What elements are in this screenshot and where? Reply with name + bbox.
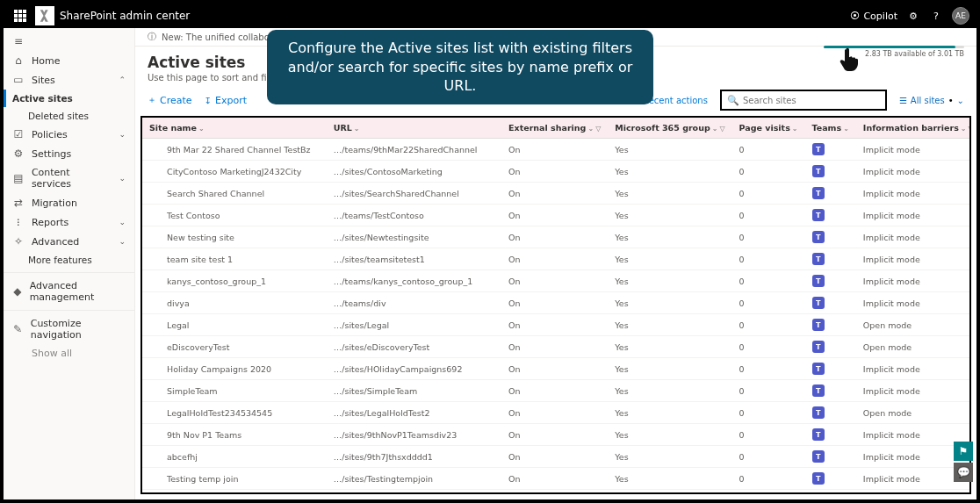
sites-table: Site name⌄URL⌄External sharing⌄▽Microsof… (142, 118, 971, 494)
feedback-tabs: ⚑ 💬 (954, 442, 973, 482)
cell: …/sites/SimpleTeam (327, 380, 501, 402)
table-row[interactable]: eDiscoveryTest…/sites/eDiscoveryTestOnYe… (142, 336, 971, 358)
table-row[interactable]: CityContoso MarketingJ2432City…/sites/Co… (142, 161, 971, 183)
cell: Yes (608, 468, 731, 490)
cell: Yes (608, 292, 731, 314)
app-title: SharePoint admin center (60, 10, 190, 22)
nav-sub-item[interactable]: Active sites (4, 90, 134, 107)
nav-icon: ⌂ (12, 54, 25, 67)
search-box[interactable]: 🔍 (720, 90, 887, 111)
nav-label: Content services (32, 167, 112, 190)
search-input[interactable] (743, 96, 880, 105)
cell: kanys_contoso_group_1 (142, 270, 327, 292)
cell: divya (142, 292, 327, 314)
create-button[interactable]: ＋Create (148, 94, 192, 106)
nav-item[interactable]: ✧Advanced⌄ (4, 232, 134, 251)
cell: New testing site (142, 226, 327, 248)
cell: 0 (732, 139, 805, 161)
nav-item[interactable]: ▭Sites⌃ (4, 70, 134, 90)
cell: Implicit mode (856, 248, 971, 270)
table-row[interactable]: Test Contoso…/teams/TestContosoOnYes0𝗧Im… (142, 205, 971, 226)
nav-item[interactable]: Show all (4, 344, 134, 363)
cell: CityContoso MarketingJ2432City (142, 161, 327, 183)
app-launcher-icon[interactable] (11, 6, 30, 25)
table-row[interactable]: kanys_contoso_group_1…/teams/kanys_conto… (142, 270, 971, 292)
hamburger-icon: ≡ (12, 35, 25, 47)
cell: Search Shared Channel (142, 183, 327, 205)
table-row[interactable]: Testing temp join…/sites/Testingtempjoin… (142, 468, 971, 490)
cell: eDiscoveryTest (142, 336, 327, 358)
teams-icon: 𝗧 (812, 209, 825, 221)
table-row[interactable]: Holiday Campaigns 2020…/sites/HOlidayCam… (142, 358, 971, 380)
nav-item[interactable]: ⚙Settings (4, 144, 134, 163)
column-header[interactable]: Page visits⌄ (732, 118, 805, 139)
help-icon[interactable]: ? (929, 9, 943, 23)
chevron-icon: ⌄ (119, 130, 126, 139)
info-icon: ⓘ (148, 31, 156, 43)
cell: 𝗧 (805, 139, 856, 161)
nav-label: Advanced management (30, 280, 126, 303)
nav-label: Settings (32, 148, 71, 160)
table-row[interactable]: SimpleTeam…/sites/SimpleTeamOnYes0𝗧Impli… (142, 380, 971, 402)
column-header[interactable]: Site name⌄ (142, 118, 327, 139)
table-row[interactable]: 9th Mar 22 Shared Channel TestBz…/teams/… (142, 139, 971, 161)
nav-item[interactable]: ⌂Home (4, 51, 134, 70)
nav-item[interactable]: ☑Policies⌄ (4, 125, 134, 144)
teams-icon: 𝗧 (812, 253, 825, 265)
table-row[interactable]: Contoso VIP Events1…/sites/ContosoVIPEve… (142, 490, 971, 495)
cell: Open mode (856, 314, 971, 336)
account-avatar[interactable]: AE (952, 7, 969, 25)
cell: 0 (732, 183, 805, 205)
cell: On (501, 139, 608, 161)
export-icon: ↧ (205, 96, 212, 105)
copilot-button[interactable]: ⦿Copilot (850, 11, 897, 22)
table-row[interactable]: Search Shared Channel…/sites/SearchShare… (142, 183, 971, 205)
feedback-button[interactable]: ⚑ (954, 442, 973, 461)
cell: LegalHoldTest234534545 (142, 402, 327, 424)
cell: Yes (608, 226, 731, 248)
nav-item[interactable]: ⇄Migration (4, 193, 134, 212)
nav-label: Sites (32, 75, 55, 86)
nav-sub-item[interactable]: Deleted sites (4, 107, 134, 125)
teams-icon: 𝗧 (812, 143, 825, 155)
column-header[interactable]: Information barriers⌄▽ (856, 118, 971, 139)
chat-button[interactable]: 💬 (954, 463, 973, 482)
settings-icon[interactable]: ⚙ (906, 9, 920, 23)
table-row[interactable]: LegalHoldTest234534545…/sites/LegalHoldT… (142, 402, 971, 424)
cell: 0 (732, 161, 805, 183)
left-nav: ≡⌂Home▭Sites⌃Active sitesDeleted sites☑P… (4, 28, 135, 499)
nav-label: Customize navigation (31, 318, 126, 341)
column-header[interactable]: Microsoft 365 group⌄▽ (608, 118, 731, 139)
sites-table-wrap[interactable]: Site name⌄URL⌄External sharing⌄▽Microsof… (141, 116, 971, 494)
nav-sub-item[interactable]: More features (4, 251, 134, 269)
nav-item[interactable]: ◆Advanced management (4, 277, 134, 306)
export-button[interactable]: ↧Export (205, 95, 247, 106)
cell: Implicit mode (856, 139, 971, 161)
nav-item[interactable]: ✎Customize navigation (4, 314, 134, 344)
nav-item[interactable]: ▤Content services⌄ (4, 163, 134, 193)
cell: Yes (608, 358, 731, 380)
column-header[interactable]: External sharing⌄▽ (501, 118, 608, 139)
cell: On (501, 446, 608, 468)
table-row[interactable]: New testing site…/sites/NewtestingsiteOn… (142, 226, 971, 248)
column-header[interactable]: Teams⌄ (805, 118, 856, 139)
cell: …/sites/9th7Jthsxdddd1 (327, 446, 501, 468)
all-sites-filter[interactable]: ☰All sites•⌄ (899, 96, 964, 105)
cell: …/sites/HOlidayCampaigns692 (327, 358, 501, 380)
cell: 𝗧 (805, 226, 856, 248)
nav-item[interactable]: ⫶Reports⌄ (4, 212, 134, 232)
nav-item[interactable]: ≡ (4, 32, 134, 51)
cell: 0 (732, 336, 805, 358)
table-row[interactable]: divya…/teams/divOnYes0𝗧Implicit mode21👤G… (142, 292, 971, 314)
nav-icon: ✎ (12, 323, 24, 335)
cell: On (501, 314, 608, 336)
teams-icon: 𝗧 (812, 472, 825, 485)
table-row[interactable]: abcefhj…/sites/9th7Jthsxdddd1OnYes0𝗧Impl… (142, 446, 971, 468)
table-row[interactable]: 9th Nov P1 Teams…/sites/9thNovP1Teamsdiv… (142, 424, 971, 446)
cell: …/sites/ContosoMarketing (327, 161, 501, 183)
column-header[interactable]: URL⌄ (327, 118, 501, 139)
copilot-icon: ⦿ (850, 11, 860, 22)
table-row[interactable]: team site test 1…/sites/teamsitetest1OnY… (142, 248, 971, 270)
cell: 0 (732, 490, 805, 495)
table-row[interactable]: Legal…/sites/LegalOnYes0𝗧Open mode50👤Gro… (142, 314, 971, 336)
